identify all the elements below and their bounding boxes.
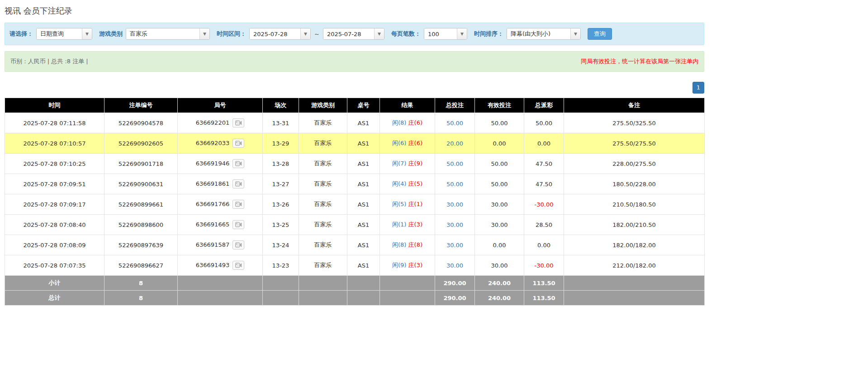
round-cell: 636691587	[178, 235, 263, 255]
game-type-input[interactable]	[126, 28, 199, 39]
video-replay-button[interactable]	[232, 139, 244, 148]
subtotal-label: 小计	[5, 276, 104, 291]
subtotal-payout: 113.50	[524, 276, 564, 291]
page-container: 视讯 会员下注纪录 请选择： ▼ 游戏类别 ▼ 时间区间： ▼ ~ ▼ 每页笔数…	[5, 0, 704, 381]
total-bet-link[interactable]: 30.00	[446, 242, 463, 249]
total-bet-link[interactable]: 50.00	[446, 181, 463, 188]
video-replay-icon	[235, 161, 242, 166]
total-bet-cell: 30.00	[435, 194, 475, 215]
result-banker: 庄(5)	[408, 180, 422, 187]
session-cell: 13-24	[263, 235, 299, 255]
bet-id-cell: 522690901718	[104, 154, 178, 174]
time-cell: 2025-07-28 07:09:51	[5, 174, 104, 194]
note-cell: 182.00/210.50	[564, 215, 705, 235]
video-replay-button[interactable]	[232, 118, 244, 127]
query-type-input[interactable]	[37, 28, 82, 39]
round-id: 636691861	[196, 180, 229, 187]
total-bet-cell: 50.00	[435, 174, 475, 194]
total-bet-link[interactable]: 50.00	[446, 120, 463, 127]
chevron-down-icon[interactable]: ▼	[570, 28, 580, 39]
page-size-input[interactable]	[424, 28, 457, 39]
note-cell: 275.50/325.50	[564, 113, 705, 133]
game-type-cell: 百家乐	[299, 113, 347, 133]
header-round-id: 局号	[178, 98, 263, 113]
video-replay-button[interactable]	[232, 159, 244, 168]
result-player: 闲(8)	[392, 241, 406, 248]
video-replay-button[interactable]	[232, 179, 244, 188]
total-bet-link[interactable]: 50.00	[446, 160, 463, 167]
video-replay-icon	[235, 141, 242, 146]
table-row: 2025-07-28 07:08:09 522690897639 6366915…	[5, 235, 705, 255]
video-replay-icon	[235, 222, 242, 227]
chevron-down-icon[interactable]: ▼	[82, 28, 92, 39]
table-header: 时间 注单编号 局号 场次 游戏类别 桌号 结果 总投注 有效投注 总派彩 备注	[5, 98, 705, 113]
video-replay-button[interactable]	[232, 240, 244, 249]
total-bet-cell: 30.00	[435, 255, 475, 276]
total-bet-link[interactable]: 30.00	[446, 201, 463, 208]
result-player: 闲(5)	[392, 201, 406, 207]
grand-total-row: 总计 8 290.00 240.00 113.50	[5, 291, 705, 306]
game-type-cell: 百家乐	[299, 174, 347, 194]
bet-records-table: 时间 注单编号 局号 场次 游戏类别 桌号 结果 总投注 有效投注 总派彩 备注…	[5, 98, 705, 306]
result-player: 闲(6)	[392, 140, 406, 146]
session-cell: 13-31	[263, 113, 299, 133]
chevron-down-icon[interactable]: ▼	[199, 28, 209, 39]
total-label: 总计	[5, 291, 104, 306]
round-cell: 636691665	[178, 215, 263, 235]
chevron-down-icon[interactable]: ▼	[457, 28, 467, 39]
video-replay-button[interactable]	[232, 261, 244, 270]
table-row: 2025-07-28 07:09:51 522690900631 6366918…	[5, 174, 705, 194]
round-id: 636692033	[196, 140, 229, 146]
video-replay-button[interactable]	[232, 220, 244, 229]
time-cell: 2025-07-28 07:10:25	[5, 154, 104, 174]
time-cell: 2025-07-28 07:11:58	[5, 113, 104, 133]
total-bet-link[interactable]: 20.00	[446, 140, 463, 147]
valid-bet-cell: 0.00	[475, 235, 524, 255]
video-replay-button[interactable]	[232, 200, 244, 209]
search-button[interactable]: 查询	[588, 28, 612, 40]
payout-cell: 47.50	[524, 154, 564, 174]
total-bet-cell: 20.00	[435, 133, 475, 154]
date-from-combobox: ▼	[249, 28, 311, 40]
valid-bet-cell: 50.00	[475, 113, 524, 133]
video-replay-icon	[235, 242, 242, 248]
game-type-cell: 百家乐	[299, 154, 347, 174]
date-to-input[interactable]	[323, 28, 374, 39]
total-bet-link[interactable]: 30.00	[446, 262, 463, 269]
note-cell: 210.50/180.50	[564, 194, 705, 215]
date-from-input[interactable]	[250, 28, 300, 39]
header-total-bet: 总投注	[435, 98, 475, 113]
game-type-combobox: ▼	[126, 28, 210, 40]
game-type-cell: 百家乐	[299, 194, 347, 215]
summary-bar: 币别 : 人民币 | 总共 :8 注单 | 同局有效投注，统一计算在该局第一张注…	[5, 51, 704, 72]
result-banker: 庄(6)	[408, 119, 422, 126]
page-title: 视讯 会员下注纪录	[5, 5, 704, 16]
note-cell: 180.50/228.00	[564, 174, 705, 194]
table-footer: 小计 8 290.00 240.00 113.50 总计 8	[5, 276, 705, 306]
session-cell: 13-23	[263, 255, 299, 276]
time-sort-input[interactable]	[507, 28, 570, 39]
chevron-down-icon[interactable]: ▼	[300, 28, 310, 39]
bet-id-cell: 522690898600	[104, 215, 178, 235]
total-bet-link[interactable]: 30.00	[446, 221, 463, 228]
table-number-cell: AS1	[347, 154, 380, 174]
time-sort-label: 时间排序：	[474, 30, 503, 38]
session-cell: 13-29	[263, 133, 299, 154]
date-to-combobox: ▼	[323, 28, 384, 40]
time-cell: 2025-07-28 07:08:40	[5, 215, 104, 235]
page-size-combobox: ▼	[424, 28, 467, 40]
round-id: 636691946	[196, 160, 229, 167]
page-number-button[interactable]: 1	[693, 82, 704, 94]
chevron-down-icon[interactable]: ▼	[374, 28, 384, 39]
notice-text: 同局有效投注，统一计算在该局第一张注单内	[581, 57, 698, 66]
round-cell: 636691946	[178, 154, 263, 174]
result-player: 闲(7)	[392, 160, 406, 167]
valid-bet-cell: 30.00	[475, 194, 524, 215]
select-label: 请选择：	[9, 30, 33, 38]
result-banker: 庄(3)	[408, 221, 422, 228]
total-total-bet: 290.00	[435, 291, 475, 306]
result-player: 闲(8)	[392, 119, 406, 126]
time-range-label: 时间区间：	[217, 30, 246, 38]
session-cell: 13-27	[263, 174, 299, 194]
subtotal-row: 小计 8 290.00 240.00 113.50	[5, 276, 705, 291]
